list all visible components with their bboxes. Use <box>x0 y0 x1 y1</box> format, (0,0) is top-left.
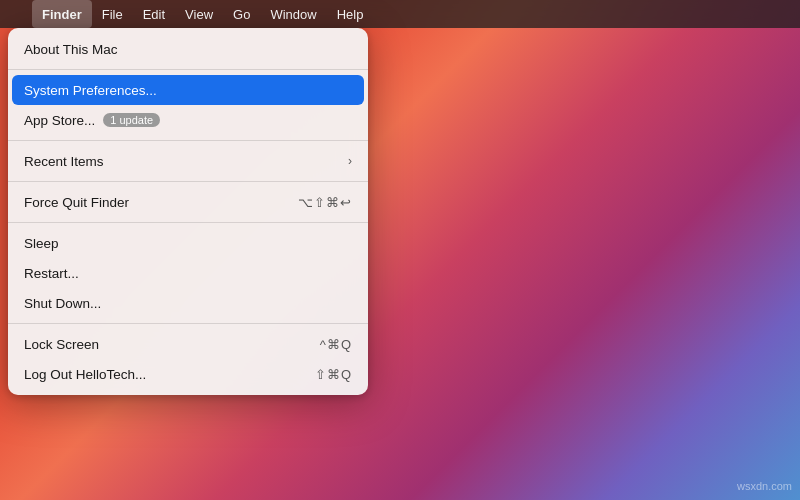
app-store-label: App Store... <box>24 113 95 128</box>
menu-item-recent-items[interactable]: Recent Items › <box>8 146 368 176</box>
menu-item-sleep[interactable]: Sleep <box>8 228 368 258</box>
view-menu-button[interactable]: View <box>175 0 223 28</box>
lock-screen-shortcut: ^⌘Q <box>320 337 352 352</box>
system-preferences-label: System Preferences... <box>24 83 157 98</box>
recent-items-label: Recent Items <box>24 154 104 169</box>
menu-item-lock-screen[interactable]: Lock Screen ^⌘Q <box>8 329 368 359</box>
separator-3 <box>8 181 368 182</box>
go-menu-button[interactable]: Go <box>223 0 260 28</box>
apple-dropdown-menu: About This Mac System Preferences... App… <box>8 28 368 395</box>
log-out-shortcut: ⇧⌘Q <box>315 367 352 382</box>
lock-screen-label: Lock Screen <box>24 337 99 352</box>
menu-bar: Finder File Edit View Go Window Help <box>0 0 800 28</box>
sleep-label: Sleep <box>24 236 59 251</box>
menu-item-system-preferences[interactable]: System Preferences... <box>12 75 364 105</box>
force-quit-finder-label: Force Quit Finder <box>24 195 129 210</box>
menu-item-restart[interactable]: Restart... <box>8 258 368 288</box>
about-this-mac-label: About This Mac <box>24 42 118 57</box>
separator-1 <box>8 69 368 70</box>
file-menu-button[interactable]: File <box>92 0 133 28</box>
menu-item-log-out[interactable]: Log Out HelloTech... ⇧⌘Q <box>8 359 368 389</box>
restart-label: Restart... <box>24 266 79 281</box>
watermark: wsxdn.com <box>737 480 792 492</box>
shut-down-label: Shut Down... <box>24 296 101 311</box>
menu-item-app-store[interactable]: App Store... 1 update <box>8 105 368 135</box>
separator-2 <box>8 140 368 141</box>
separator-5 <box>8 323 368 324</box>
recent-items-chevron-icon: › <box>348 154 352 168</box>
menu-item-about-this-mac[interactable]: About This Mac <box>8 34 368 64</box>
separator-4 <box>8 222 368 223</box>
log-out-label: Log Out HelloTech... <box>24 367 146 382</box>
finder-menu-button[interactable]: Finder <box>32 0 92 28</box>
force-quit-finder-shortcut: ⌥⇧⌘↩ <box>298 195 352 210</box>
help-menu-button[interactable]: Help <box>327 0 374 28</box>
menu-item-force-quit-finder[interactable]: Force Quit Finder ⌥⇧⌘↩ <box>8 187 368 217</box>
menu-item-shut-down[interactable]: Shut Down... <box>8 288 368 318</box>
window-menu-button[interactable]: Window <box>260 0 326 28</box>
app-store-left: App Store... 1 update <box>24 113 160 128</box>
edit-menu-button[interactable]: Edit <box>133 0 175 28</box>
apple-menu-button[interactable] <box>8 0 32 28</box>
app-store-badge: 1 update <box>103 113 160 127</box>
